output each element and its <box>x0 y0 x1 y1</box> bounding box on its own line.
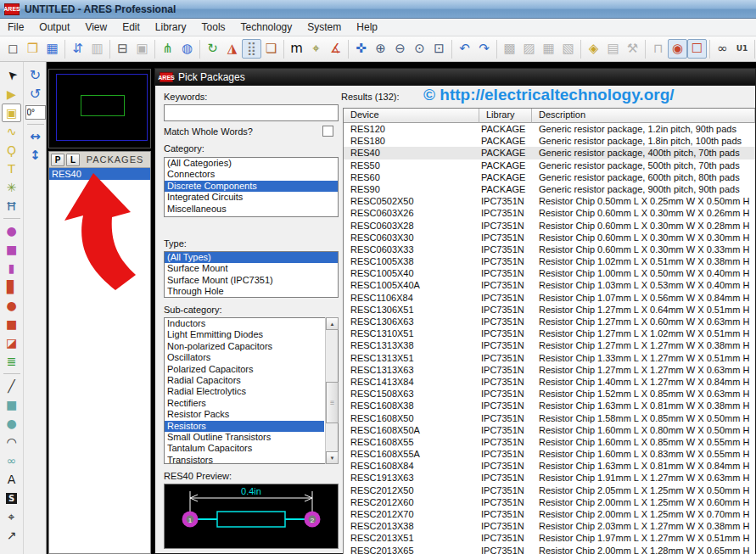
table-row[interactable]: RESC1608X50 IPC7351N Resistor Chip 1.58m… <box>344 412 755 424</box>
toggle-selection-filter-button[interactable]: ☐ <box>687 39 707 59</box>
list-item[interactable]: Oscillators <box>165 352 324 363</box>
menu-view[interactable]: View <box>77 19 115 36</box>
line-2d-button[interactable]: ╱ <box>2 377 21 395</box>
window-titlebar[interactable]: ARES UNTITLED - ARES Professional <box>0 0 756 19</box>
metric-toggle-button[interactable]: m <box>287 39 306 59</box>
toggle-component-view-button[interactable]: ◉ <box>668 39 687 59</box>
dil-pad-button[interactable]: ▮ <box>2 259 21 277</box>
circular-smt-pad-button[interactable]: ● <box>2 296 21 315</box>
table-row[interactable]: RESC0603X30 IPC7351N Resistor Chip 0.60m… <box>344 232 755 243</box>
table-row[interactable]: RESC0603X26 IPC7351N Resistor Chip 0.60m… <box>344 207 755 219</box>
polygonal-smt-pad-button[interactable]: ◪ <box>2 333 21 352</box>
origin-toggle-button[interactable]: ⌖ <box>306 39 326 59</box>
flip-horizontal-button[interactable]: ↔ <box>25 127 45 146</box>
list-item[interactable]: Surface Mount (IPC7351) <box>165 275 338 286</box>
rectangular-smt-pad-button[interactable]: ■ <box>2 315 21 333</box>
table-row[interactable]: RESC2012X50 IPC7351N Resistor Chip 2.05m… <box>344 484 755 496</box>
list-item[interactable]: Non-polarized Capacitors <box>165 341 324 352</box>
list-item[interactable]: Through Hole <box>165 286 338 297</box>
table-row[interactable]: RESC1608X38 IPC7351N Resistor Chip 1.63m… <box>344 400 755 411</box>
zoom-area-button[interactable]: ⊡ <box>429 39 449 59</box>
subcategory-scrollbar[interactable]: ▲ ☰ ▼ <box>325 317 338 464</box>
open-file-button[interactable]: ❒ <box>23 39 42 59</box>
pick-packages-button[interactable]: P <box>51 154 64 166</box>
symbol-2d-button[interactable]: S <box>2 489 21 507</box>
list-item[interactable]: Connectors <box>165 169 338 180</box>
rotate-clockwise-button[interactable]: ↻ <box>25 66 45 85</box>
overview-panel[interactable] <box>48 69 151 148</box>
menu-system[interactable]: System <box>300 19 349 36</box>
menu-output[interactable]: Output <box>31 19 77 36</box>
column-header-device[interactable]: Device <box>344 109 479 123</box>
rotate-anticlockwise-button[interactable]: ↺ <box>25 85 45 104</box>
table-row[interactable]: RESC1608X50A IPC7351N Resistor Chip 1.60… <box>344 424 755 436</box>
list-item[interactable]: Integrated Circuits <box>165 192 338 203</box>
selection-pointer-button[interactable]: ➤ <box>2 66 21 85</box>
table-row[interactable]: RES120 PACKAGE Generic resistor package,… <box>344 123 755 135</box>
flip-vertical-button[interactable]: ↕ <box>25 146 45 165</box>
import-region-button[interactable]: ⇵ <box>68 39 87 59</box>
list-item[interactable]: Inductors <box>165 318 324 329</box>
arc-2d-button[interactable]: ◠ <box>2 433 21 451</box>
column-header-library[interactable]: Library <box>479 109 532 123</box>
match-whole-words-checkbox[interactable] <box>322 126 333 137</box>
table-row[interactable]: RESC1608X55 IPC7351N Resistor Chip 1.60m… <box>344 436 755 448</box>
list-item[interactable]: Light Emmitting Diodes <box>165 329 324 340</box>
block-delete-button[interactable]: ▧ <box>558 39 578 59</box>
tag-mode-button[interactable]: T <box>2 159 21 178</box>
table-row[interactable]: RES50 PACKAGE Generic resistor package, … <box>344 159 755 171</box>
edge-connector-pad-button[interactable]: ▊ <box>2 277 21 296</box>
table-row[interactable]: RESC1608X55A IPC7351N Resistor Chip 1.60… <box>344 448 755 460</box>
list-item[interactable]: (All Types) <box>165 252 338 263</box>
zoom-out-button[interactable]: ⊖ <box>390 39 410 59</box>
table-row[interactable]: RESC1005X40 IPC7351N Resistor Chip 1.00m… <box>344 267 755 279</box>
zoom-in-button[interactable]: ⊕ <box>371 39 390 59</box>
list-item[interactable]: Discrete Components <box>165 181 338 192</box>
list-item[interactable]: Polarized Capacitors <box>165 364 324 375</box>
table-row[interactable]: RESC2013X38 IPC7351N Resistor Chip 2.03m… <box>344 520 755 532</box>
make-package-button[interactable]: ▤ <box>603 39 623 59</box>
list-item[interactable]: Transistors <box>165 455 324 464</box>
table-row[interactable]: RESC2013X51 IPC7351N Resistor Chip 1.97m… <box>344 532 755 544</box>
list-item[interactable]: Radial Electrolytics <box>165 386 324 397</box>
ratsnest-tool-button[interactable]: Ħ <box>2 197 21 215</box>
list-item[interactable]: Miscellaneous <box>165 204 338 215</box>
table-row[interactable]: RES180 PACKAGE Generic resistor package,… <box>344 135 755 147</box>
via-mode-button[interactable]: Ϙ <box>2 141 21 159</box>
block-copy-button[interactable]: ▨ <box>519 39 539 59</box>
redraw-button[interactable]: ↻ <box>203 39 222 59</box>
zoom-full-button[interactable]: ⊙ <box>410 39 429 59</box>
table-row[interactable]: RESC2013X65 IPC7351N Resistor Chip 2.00m… <box>344 545 755 554</box>
menu-edit[interactable]: Edit <box>115 19 148 36</box>
table-row[interactable]: RESC1306X51 IPC7351N Resistor Chip 1.27m… <box>344 304 755 316</box>
auto-name-generator-button[interactable]: U1 <box>732 39 752 59</box>
lock-button[interactable]: ⊓ <box>648 39 668 59</box>
save-file-button[interactable]: ▦ <box>42 39 62 59</box>
origin-marker-button[interactable]: ⌖ <box>2 507 21 526</box>
table-row[interactable]: RESC1913X63 IPC7351N Resistor Chip 1.91m… <box>344 472 755 484</box>
square-through-pad-button[interactable]: ■ <box>2 240 21 259</box>
table-row[interactable]: RES40 PACKAGE Generic resistor package, … <box>344 147 755 159</box>
table-row[interactable]: RES60 PACKAGE Generic resistor package, … <box>344 171 755 183</box>
menu-tools[interactable]: Tools <box>194 19 233 36</box>
padstack-button[interactable]: ≣ <box>2 352 21 371</box>
track-mode-button[interactable]: ∿ <box>2 122 21 141</box>
print-button[interactable]: ⊟ <box>113 39 132 59</box>
table-row[interactable]: RESC2012X60 IPC7351N Resistor Chip 2.00m… <box>344 496 755 508</box>
component-search-web-button[interactable]: ◍ <box>177 39 197 59</box>
list-item[interactable]: Resistor Packs <box>165 409 324 420</box>
table-row[interactable]: RESC1005X40A IPC7351N Resistor Chip 1.03… <box>344 279 755 291</box>
rotation-angle-input[interactable] <box>25 105 46 120</box>
scroll-up-icon[interactable]: ▲ <box>326 317 339 330</box>
component-mode-button[interactable]: ▶ <box>2 85 21 104</box>
connectivity-highlight-button[interactable]: ✳ <box>2 178 21 197</box>
keywords-input[interactable] <box>164 104 339 121</box>
table-row[interactable]: RESC1508X63 IPC7351N Resistor Chip 1.52m… <box>344 388 755 400</box>
library-manager-button[interactable]: L <box>66 154 80 166</box>
table-row[interactable]: RESC1413X84 IPC7351N Resistor Chip 1.40m… <box>344 376 755 388</box>
netlist-view-button[interactable]: ⋔ <box>158 39 177 59</box>
dimension-tool-button[interactable]: ↗ <box>2 526 21 545</box>
block-cut-button[interactable]: ▩ <box>500 39 519 59</box>
table-row[interactable]: RESC0603X33 IPC7351N Resistor Chip 0.60m… <box>344 243 755 255</box>
flip-view-button[interactable]: ◮ <box>222 39 242 59</box>
